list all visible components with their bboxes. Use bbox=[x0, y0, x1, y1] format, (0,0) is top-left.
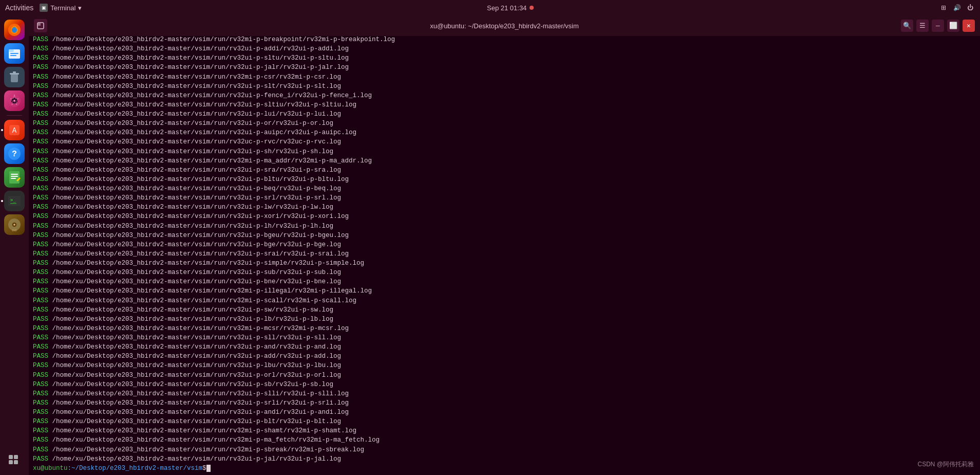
terminal-line: PASS /home/xu/Desktop/e203_hbirdv2-maste… bbox=[33, 63, 976, 72]
texteditor-icon bbox=[6, 169, 23, 186]
dock-item-music[interactable] bbox=[4, 90, 25, 111]
files-icon bbox=[6, 45, 23, 62]
terminal-line: PASS /home/xu/Desktop/e203_hbirdv2-maste… bbox=[33, 128, 976, 137]
svg-rect-16 bbox=[9, 171, 20, 184]
terminal-line: PASS /home/xu/Desktop/e203_hbirdv2-maste… bbox=[33, 147, 976, 156]
dock-item-trash[interactable] bbox=[4, 67, 25, 87]
terminal-line: PASS /home/xu/Desktop/e203_hbirdv2-maste… bbox=[33, 193, 976, 203]
terminal-line: PASS /home/xu/Desktop/e203_hbirdv2-maste… bbox=[33, 277, 976, 286]
terminal-line: PASS /home/xu/Desktop/e203_hbirdv2-maste… bbox=[33, 156, 976, 166]
watermark: CSDN @阿伟托莉雅 bbox=[917, 460, 974, 469]
terminal-line: PASS /home/xu/Desktop/e203_hbirdv2-maste… bbox=[33, 286, 976, 296]
top-bar-center: Sep 21 01:34 bbox=[487, 4, 534, 12]
svg-rect-27 bbox=[9, 455, 13, 459]
dock-item-help[interactable]: ? bbox=[4, 143, 25, 164]
power-icon[interactable]: ⏻ bbox=[966, 3, 975, 12]
close-button[interactable]: ✕ bbox=[963, 20, 975, 32]
svg-rect-7 bbox=[10, 73, 19, 75]
dock-divider-1 bbox=[7, 115, 22, 116]
minimize-button[interactable]: — bbox=[932, 20, 944, 32]
activities-label[interactable]: Activities bbox=[5, 4, 33, 12]
terminal-line: PASS /home/xu/Desktop/e203_hbirdv2-maste… bbox=[33, 100, 976, 109]
svg-text:>_: >_ bbox=[10, 197, 16, 203]
terminal-line: PASS /home/xu/Desktop/e203_hbirdv2-maste… bbox=[33, 53, 976, 63]
terminal-tab-label: Terminal bbox=[50, 4, 76, 12]
terminal-line: PASS /home/xu/Desktop/e203_hbirdv2-maste… bbox=[33, 417, 976, 426]
terminal-line: PASS /home/xu/Desktop/e203_hbirdv2-maste… bbox=[33, 333, 976, 342]
terminal-line: PASS /home/xu/Desktop/e203_hbirdv2-maste… bbox=[33, 371, 976, 380]
terminal-line: PASS /home/xu/Desktop/e203_hbirdv2-maste… bbox=[33, 166, 976, 175]
terminal-line: PASS /home/xu/Desktop/e203_hbirdv2-maste… bbox=[33, 203, 976, 212]
dock-item-apps[interactable] bbox=[4, 450, 25, 471]
terminal-line: PASS /home/xu/Desktop/e203_hbirdv2-maste… bbox=[33, 222, 976, 231]
maximize-button[interactable]: ⬜ bbox=[947, 20, 959, 32]
terminal-line: PASS /home/xu/Desktop/e203_hbirdv2-maste… bbox=[33, 408, 976, 417]
top-bar-left: Activities ▣ Terminal ▾ bbox=[5, 4, 82, 12]
terminal-line: PASS /home/xu/Desktop/e203_hbirdv2-maste… bbox=[33, 352, 976, 361]
dock-item-terminal[interactable]: >_ bbox=[4, 191, 25, 211]
terminal-icon: >_ bbox=[6, 193, 23, 209]
terminal-line: PASS /home/xu/Desktop/e203_hbirdv2-maste… bbox=[33, 315, 976, 324]
dock-item-software[interactable]: A bbox=[4, 120, 25, 140]
titlebar-left bbox=[34, 19, 47, 32]
dock-item-firefox[interactable] bbox=[4, 20, 25, 40]
terminal-cursor bbox=[206, 465, 211, 472]
terminal-line: PASS /home/xu/Desktop/e203_hbirdv2-maste… bbox=[33, 175, 976, 184]
terminal-line: PASS /home/xu/Desktop/e203_hbirdv2-maste… bbox=[33, 324, 976, 333]
terminal-line: PASS /home/xu/Desktop/e203_hbirdv2-maste… bbox=[33, 305, 976, 315]
terminal-line: PASS /home/xu/Desktop/e203_hbirdv2-maste… bbox=[33, 268, 976, 277]
search-button[interactable]: 🔍 bbox=[901, 20, 913, 32]
top-bar-right: ⊞ 🔊 ⏻ bbox=[939, 3, 975, 12]
terminal-line: PASS /home/xu/Desktop/e203_hbirdv2-maste… bbox=[33, 296, 976, 305]
terminal-line: PASS /home/xu/Desktop/e203_hbirdv2-maste… bbox=[33, 184, 976, 193]
terminal-line: PASS /home/xu/Desktop/e203_hbirdv2-maste… bbox=[33, 398, 976, 408]
terminal-line: PASS /home/xu/Desktop/e203_hbirdv2-maste… bbox=[33, 361, 976, 370]
music-icon bbox=[6, 93, 23, 109]
dock-item-texteditor[interactable] bbox=[4, 167, 25, 188]
terminal-line: PASS /home/xu/Desktop/e203_hbirdv2-maste… bbox=[33, 72, 976, 82]
svg-rect-29 bbox=[9, 460, 13, 464]
dock-item-files[interactable] bbox=[4, 43, 25, 64]
svg-rect-3 bbox=[9, 49, 14, 52]
terminal-line: PASS /home/xu/Desktop/e203_hbirdv2-maste… bbox=[33, 91, 976, 100]
terminal-line: PASS /home/xu/Desktop/e203_hbirdv2-maste… bbox=[33, 454, 976, 464]
terminal-line: PASS /home/xu/Desktop/e203_hbirdv2-maste… bbox=[33, 44, 976, 53]
dvd-icon: DVD bbox=[6, 216, 23, 233]
terminal-titlebar: xu@ubuntu: ~/Desktop/e203_hbirdv2-master… bbox=[29, 15, 980, 36]
svg-point-11 bbox=[13, 100, 15, 102]
svg-rect-32 bbox=[38, 23, 41, 26]
volume-icon[interactable]: 🔊 bbox=[952, 3, 962, 12]
terminal-line: PASS /home/xu/Desktop/e203_hbirdv2-maste… bbox=[33, 212, 976, 221]
terminal-new-tab-button[interactable] bbox=[34, 19, 47, 32]
trash-icon bbox=[6, 69, 23, 85]
firefox-icon bbox=[6, 22, 23, 38]
top-bar: Activities ▣ Terminal ▾ Sep 21 01:34 ⊞ 🔊… bbox=[0, 0, 980, 15]
terminal-content[interactable]: PASS /home/xu/Desktop/e203_hbirdv2-maste… bbox=[29, 36, 980, 475]
terminal-line: PASS /home/xu/Desktop/e203_hbirdv2-maste… bbox=[33, 137, 976, 147]
terminal-line: PASS /home/xu/Desktop/e203_hbirdv2-maste… bbox=[33, 109, 976, 119]
dock-item-dvd[interactable]: DVD bbox=[4, 214, 25, 235]
terminal-line: PASS /home/xu/Desktop/e203_hbirdv2-maste… bbox=[33, 389, 976, 398]
terminal-line: PASS /home/xu/Desktop/e203_hbirdv2-maste… bbox=[33, 259, 976, 268]
svg-rect-30 bbox=[14, 460, 18, 464]
svg-rect-22 bbox=[10, 203, 16, 204]
terminal-window-title: xu@ubuntu: ~/Desktop/e203_hbirdv2-master… bbox=[430, 22, 579, 30]
terminal-line: PASS /home/xu/Desktop/e203_hbirdv2-maste… bbox=[33, 426, 976, 435]
software-icon: A bbox=[6, 122, 23, 138]
svg-rect-17 bbox=[11, 174, 18, 175]
terminal-line: PASS /home/xu/Desktop/e203_hbirdv2-maste… bbox=[33, 342, 976, 352]
window-area: A ? >_ bbox=[0, 15, 980, 475]
svg-text:A: A bbox=[12, 126, 17, 135]
terminal-tab[interactable]: ▣ Terminal ▾ bbox=[40, 4, 82, 12]
system-tray: ⊞ 🔊 ⏻ bbox=[939, 3, 975, 12]
dock: A ? >_ bbox=[0, 15, 29, 475]
datetime-label: Sep 21 01:34 bbox=[487, 4, 526, 12]
menu-button[interactable]: ☰ bbox=[916, 20, 929, 32]
terminal-tab-arrow: ▾ bbox=[78, 4, 82, 12]
svg-rect-4 bbox=[10, 53, 18, 54]
network-icon[interactable]: ⊞ bbox=[939, 3, 948, 12]
terminal-prompt: xu@ubuntu:~/Desktop/e203_hbirdv2-master/… bbox=[33, 464, 976, 473]
terminal-line: PASS /home/xu/Desktop/e203_hbirdv2-maste… bbox=[33, 119, 976, 128]
status-dot bbox=[530, 6, 534, 10]
terminal-line: PASS /home/xu/Desktop/e203_hbirdv2-maste… bbox=[33, 249, 976, 259]
